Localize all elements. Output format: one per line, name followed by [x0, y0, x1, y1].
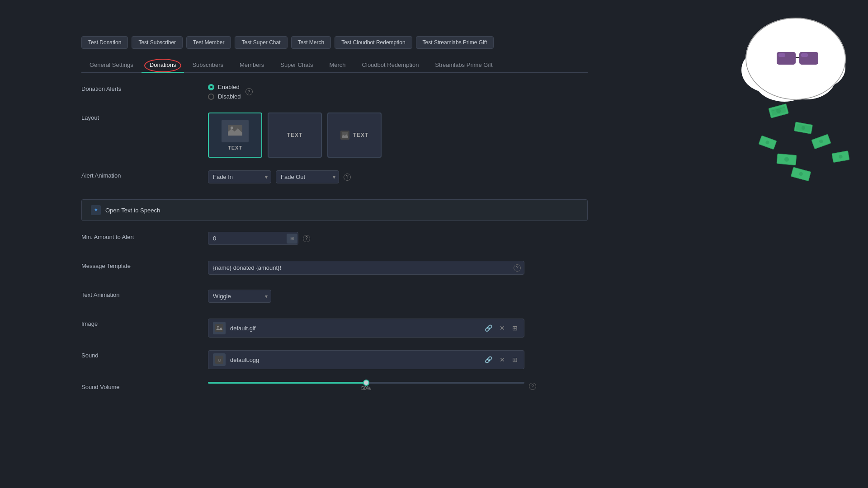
image-link-icon[interactable]: 🔗	[483, 324, 494, 333]
test-streamlabs-prime-gift-button[interactable]: Test Streamlabs Prime Gift	[416, 36, 494, 49]
image-actions: 🔗 ✕ ⊞	[483, 324, 519, 333]
sound-control: ♫ default.ogg 🔗 ✕ ⊞	[208, 350, 588, 369]
donation-alerts-control: Enabled Disabled ?	[208, 84, 588, 100]
min-amount-input[interactable]	[208, 232, 298, 245]
message-template-help-icon[interactable]: ?	[514, 264, 521, 272]
alert-animation-help-icon[interactable]: ?	[344, 174, 351, 181]
tab-subscribers[interactable]: Subscribers	[184, 58, 231, 73]
svg-point-24	[801, 126, 805, 130]
tab-general-settings[interactable]: General Settings	[81, 58, 142, 73]
tab-cloudbot-redemption[interactable]: Cloudbot Redemption	[354, 58, 427, 73]
svg-point-1	[231, 127, 233, 129]
sound-grid-icon[interactable]: ⊞	[510, 355, 519, 364]
test-buttons-row: Test Donation Test Subscriber Test Membe…	[81, 36, 588, 49]
donation-alerts-label: Donation Alerts	[81, 84, 208, 92]
test-merch-button[interactable]: Test Merch	[291, 36, 331, 49]
tab-super-chats[interactable]: Super Chats	[272, 58, 321, 73]
svg-point-26	[765, 140, 769, 145]
sound-volume-row: Sound Volume 50% ?	[81, 382, 588, 398]
sound-row: Sound ♫ default.ogg 🔗 ✕	[81, 350, 588, 369]
svg-text:♫: ♫	[217, 357, 221, 363]
text-animation-dropdown[interactable]: Wiggle Bounce Shake None	[208, 290, 271, 303]
test-super-chat-button[interactable]: Test Super Chat	[235, 36, 287, 49]
fade-out-dropdown[interactable]: Fade Out Slide Out Bounce Out	[276, 170, 339, 183]
tab-streamlabs-prime-gift[interactable]: Streamlabs Prime Gift	[427, 58, 500, 73]
layout-card-1[interactable]: TEXT	[208, 113, 262, 158]
svg-point-28	[819, 139, 823, 144]
svg-point-17	[746, 18, 845, 99]
sound-volume-track	[208, 382, 524, 384]
tts-section[interactable]: ✦ Open Text to Speech	[81, 199, 588, 221]
image-thumb	[213, 322, 226, 334]
sound-close-icon[interactable]: ✕	[498, 355, 507, 364]
mascot-illustration	[723, 0, 868, 208]
layout-label: Layout	[81, 113, 208, 121]
text-animation-label: Text Animation	[81, 290, 208, 298]
svg-rect-19	[771, 106, 787, 116]
sound-volume-slider-wrap: 50%	[208, 382, 524, 391]
tab-donations[interactable]: Donations	[142, 58, 184, 73]
tab-members[interactable]: Members	[231, 58, 272, 73]
fade-out-dropdown-wrap: Fade Out Slide Out Bounce Out	[276, 170, 339, 183]
svg-rect-16	[801, 53, 808, 57]
fade-in-dropdown-wrap: Fade In Slide In Bounce In	[208, 170, 271, 183]
sound-volume-control: 50% ?	[208, 382, 588, 391]
image-grid-icon[interactable]: ⊞	[510, 324, 519, 333]
test-donation-button[interactable]: Test Donation	[81, 36, 128, 49]
svg-rect-31	[832, 151, 849, 163]
enabled-radio-button[interactable]	[208, 84, 214, 90]
test-member-button[interactable]: Test Member	[186, 36, 231, 49]
tab-donations-wrap: Donations	[142, 58, 184, 72]
min-amount-stepper[interactable]: ⊞	[287, 234, 297, 244]
enabled-label: Enabled	[218, 84, 240, 90]
test-cloudbot-redemption-button[interactable]: Test Cloudbot Redemption	[335, 36, 412, 49]
donation-alerts-radio-group: Enabled Disabled	[208, 84, 241, 100]
sound-label: Sound	[81, 350, 208, 359]
image-placeholder-icon	[227, 123, 243, 139]
disabled-radio-item[interactable]: Disabled	[208, 93, 241, 100]
svg-point-30	[784, 157, 789, 162]
min-amount-help-icon[interactable]: ?	[303, 235, 310, 242]
min-amount-label: Min. Amount to Alert	[81, 232, 208, 240]
tts-label: Open Text to Speech	[105, 207, 160, 214]
layout-card-2[interactable]: TEXT	[268, 113, 322, 158]
layout-card-3-icon	[340, 131, 349, 140]
svg-point-9	[796, 47, 845, 88]
donation-alerts-help-icon[interactable]: ?	[245, 88, 253, 95]
image-thumb-icon	[215, 324, 223, 332]
svg-rect-23	[796, 123, 811, 132]
sound-volume-thumb[interactable]	[363, 380, 369, 386]
svg-point-32	[839, 155, 843, 159]
message-template-input[interactable]	[208, 261, 524, 275]
alert-animation-label: Alert Animation	[81, 170, 208, 179]
sound-volume-label: Sound Volume	[81, 382, 208, 390]
disabled-radio-button[interactable]	[208, 94, 214, 100]
text-animation-dropdown-wrap: Wiggle Bounce Shake None	[208, 290, 271, 303]
layout-card-3[interactable]: TEXT	[327, 113, 382, 158]
svg-line-21	[771, 107, 785, 111]
sound-file-row: ♫ default.ogg 🔗 ✕ ⊞	[208, 350, 524, 369]
enabled-radio-item[interactable]: Enabled	[208, 84, 241, 90]
sound-thumb: ♫	[213, 353, 226, 366]
text-animation-control: Wiggle Bounce Shake None	[208, 290, 588, 303]
svg-rect-33	[791, 167, 811, 181]
image-row: Image default.gif 🔗	[81, 319, 588, 338]
settings-section: Donation Alerts Enabled Disabled ?	[81, 84, 588, 398]
alert-animation-row: Alert Animation Fade In Slide In Bounce …	[81, 170, 588, 187]
svg-point-4	[217, 326, 219, 328]
image-close-icon[interactable]: ✕	[498, 324, 507, 333]
sound-actions: 🔗 ✕ ⊞	[483, 355, 519, 364]
donation-alerts-row: Donation Alerts Enabled Disabled ?	[81, 84, 588, 100]
text-animation-row: Text Animation Wiggle Bounce Shake None	[81, 290, 588, 306]
fade-in-dropdown[interactable]: Fade In Slide In Bounce In	[208, 170, 271, 183]
tab-merch[interactable]: Merch	[321, 58, 354, 73]
test-subscriber-button[interactable]: Test Subscriber	[132, 36, 183, 49]
image-label: Image	[81, 319, 208, 327]
mascot-svg	[723, 0, 868, 208]
layout-row: Layout TEXT	[81, 113, 588, 158]
sound-link-icon[interactable]: 🔗	[483, 355, 494, 364]
svg-rect-15	[778, 53, 785, 57]
svg-rect-13	[799, 52, 818, 65]
sound-volume-help-icon[interactable]: ?	[529, 383, 536, 390]
layout-control: TEXT TEXT	[208, 113, 588, 158]
